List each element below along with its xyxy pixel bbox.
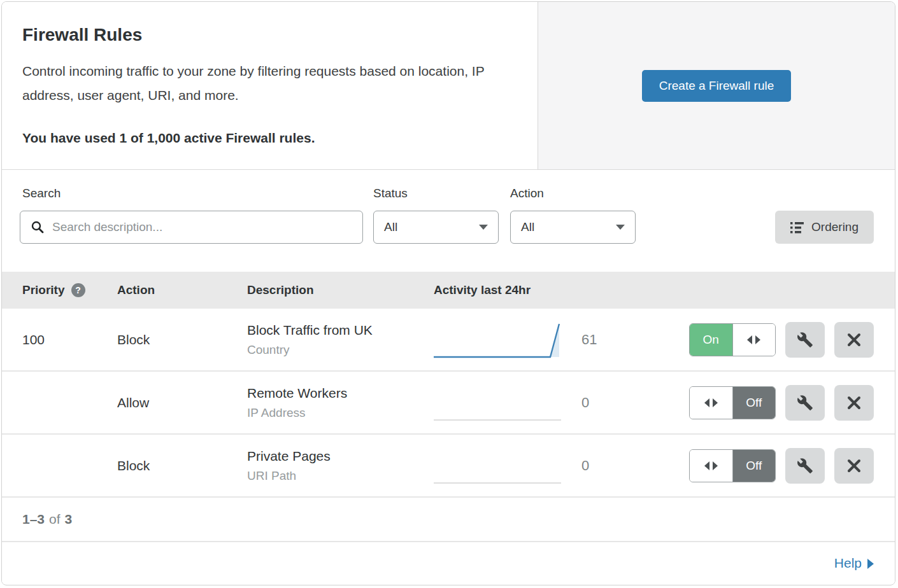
edit-rule-button[interactable]: [785, 385, 825, 421]
create-firewall-rule-button[interactable]: Create a Firewall rule: [642, 70, 792, 102]
firewall-rules-card: Firewall Rules Control incoming traffic …: [1, 1, 895, 585]
close-icon: [846, 458, 862, 473]
priority-help-icon[interactable]: ?: [71, 283, 85, 297]
rule-description: Remote Workers: [247, 386, 434, 401]
edit-rule-button[interactable]: [785, 448, 825, 484]
rule-description: Block Traffic from UK: [247, 323, 434, 338]
status-label: Status: [373, 186, 408, 200]
action-value: Allow: [117, 395, 247, 410]
status-select-value: All: [384, 220, 397, 234]
activity-sparkline: [434, 320, 561, 360]
rule-enabled-toggle[interactable]: On: [689, 323, 776, 356]
toggle-handle-arrows-icon: [690, 450, 732, 482]
activity-count: 0: [581, 458, 589, 474]
ordering-button-label: Ordering: [811, 220, 859, 234]
wrench-icon: [797, 458, 813, 474]
page-description: Control incoming traffic to your zone by…: [22, 59, 512, 108]
triangle-right-icon: [867, 559, 874, 569]
usage-note: You have used 1 of 1,000 active Firewall…: [22, 130, 512, 146]
page-title: Firewall Rules: [22, 25, 512, 45]
pagination-total: 3: [65, 512, 73, 527]
chevron-down-icon: [616, 225, 625, 230]
close-icon: [846, 395, 862, 410]
table-row: Allow Remote Workers IP Address 0 Off: [2, 372, 895, 435]
ordering-button[interactable]: Ordering: [775, 211, 874, 244]
rule-type: URI Path: [247, 469, 434, 483]
header-section: Firewall Rules Control incoming traffic …: [2, 2, 895, 170]
pagination-bar: 1–3 of 3: [2, 498, 895, 542]
search-label: Search: [22, 186, 61, 200]
action-label: Action: [510, 186, 544, 200]
activity-count: 61: [581, 332, 597, 348]
header-text-panel: Firewall Rules Control incoming traffic …: [2, 2, 538, 169]
priority-value: 100: [2, 332, 117, 347]
activity-sparkline: [434, 446, 561, 486]
column-description: Description: [247, 283, 434, 297]
wrench-icon: [797, 332, 813, 348]
rule-enabled-toggle[interactable]: Off: [689, 449, 776, 482]
pagination-range: 1–3: [22, 512, 45, 527]
toggle-off-label: Off: [732, 450, 776, 482]
action-value: Block: [117, 458, 247, 473]
rule-type: Country: [247, 343, 434, 357]
delete-rule-button[interactable]: [834, 385, 874, 421]
table-row: Block Private Pages URI Path 0 Off: [2, 435, 895, 498]
close-icon: [846, 332, 862, 347]
delete-rule-button[interactable]: [834, 322, 874, 358]
search-icon: [31, 220, 45, 234]
action-select[interactable]: All: [510, 211, 636, 244]
rule-description: Private Pages: [247, 449, 434, 464]
activity-sparkline: [434, 383, 561, 423]
column-priority: Priority ?: [2, 283, 117, 297]
delete-rule-button[interactable]: [834, 448, 874, 484]
action-value: Block: [117, 332, 247, 347]
activity-count: 0: [581, 395, 589, 411]
rule-enabled-toggle[interactable]: Off: [689, 386, 776, 419]
toggle-off-label: Off: [732, 387, 776, 419]
toggle-handle-arrows-icon: [690, 387, 732, 419]
wrench-icon: [797, 395, 813, 411]
table-header: Priority ? Action Description Activity l…: [2, 272, 895, 309]
header-action-panel: Create a Firewall rule: [538, 2, 895, 169]
column-priority-label: Priority: [22, 283, 65, 297]
search-box: [20, 211, 363, 244]
filter-bar: Search Status All Action All: [2, 170, 895, 272]
help-bar: Help: [2, 542, 895, 584]
toggle-on-label: On: [690, 324, 732, 356]
column-activity: Activity last 24hr: [434, 283, 874, 297]
column-action: Action: [117, 283, 247, 297]
action-select-value: All: [521, 220, 534, 234]
chevron-down-icon: [479, 225, 488, 230]
edit-rule-button[interactable]: [785, 322, 825, 358]
help-link[interactable]: Help: [834, 556, 874, 571]
help-link-label: Help: [834, 556, 862, 571]
rule-type: IP Address: [247, 406, 434, 420]
search-input[interactable]: [45, 211, 362, 243]
pagination-of-label: of: [49, 512, 61, 527]
table-row: 100 Block Block Traffic from UK Country …: [2, 309, 895, 372]
ordering-list-icon: [790, 221, 804, 234]
status-select[interactable]: All: [373, 211, 499, 244]
toggle-handle-arrows-icon: [732, 324, 776, 356]
